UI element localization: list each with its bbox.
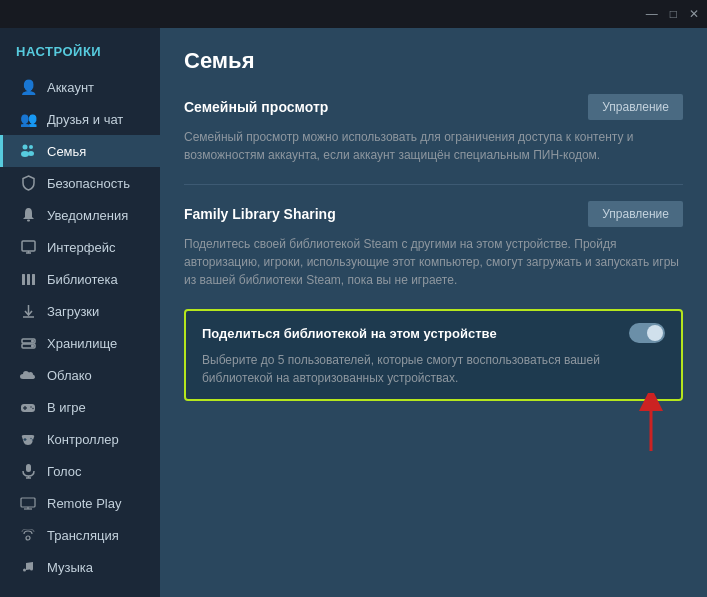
downloads-icon: [19, 302, 37, 320]
sidebar-label-notifications: Уведомления: [47, 208, 128, 223]
friends-icon: 👥: [19, 110, 37, 128]
share-library-toggle[interactable]: [629, 323, 665, 343]
share-library-title: Поделиться библиотекой на этом устройств…: [202, 326, 497, 341]
sidebar-item-controller[interactable]: Контроллер: [0, 423, 160, 455]
sidebar-label-downloads: Загрузки: [47, 304, 99, 319]
sidebar-item-family[interactable]: Семья: [0, 135, 160, 167]
sidebar-item-library[interactable]: Библиотека: [0, 263, 160, 295]
svg-rect-29: [21, 498, 35, 507]
sidebar-label-security: Безопасность: [47, 176, 130, 191]
svg-point-1: [29, 145, 33, 149]
svg-point-25: [32, 439, 33, 440]
sidebar-label-friends: Друзья и чат: [47, 112, 123, 127]
account-icon: 👤: [19, 78, 37, 96]
sidebar-label-library: Библиотека: [47, 272, 118, 287]
family-icon: [19, 142, 37, 160]
sidebar-item-storage[interactable]: Хранилище: [0, 327, 160, 359]
svg-rect-5: [22, 241, 35, 251]
share-library-desc: Выберите до 5 пользователей, которые смо…: [202, 351, 665, 387]
svg-point-20: [30, 406, 31, 407]
family-view-title: Семейный просмотр: [184, 99, 328, 115]
content-area: Семья Семейный просмотр Управление Семей…: [160, 28, 707, 597]
sidebar-label-cloud: Облако: [47, 368, 92, 383]
sidebar-item-cloud[interactable]: Облако: [0, 359, 160, 391]
sidebar-label-controller: Контроллер: [47, 432, 119, 447]
svg-point-2: [21, 151, 29, 157]
music-icon: [19, 558, 37, 576]
maximize-button[interactable]: □: [670, 7, 677, 21]
main-layout: НАСТРОЙКИ 👤 Аккаунт 👥 Друзья и чат Семья: [0, 28, 707, 597]
interface-icon: [19, 238, 37, 256]
sidebar-item-ingame[interactable]: В игре: [0, 391, 160, 423]
broadcast-icon: [19, 526, 37, 544]
voice-icon: [19, 462, 37, 480]
sidebar-label-voice: Голос: [47, 464, 82, 479]
svg-point-32: [26, 536, 30, 540]
sidebar-item-notifications[interactable]: Уведомления: [0, 199, 160, 231]
family-view-section: Семейный просмотр Управление Семейный пр…: [184, 94, 683, 164]
red-arrow-indicator: [633, 393, 669, 453]
sidebar-item-friends[interactable]: 👥 Друзья и чат: [0, 103, 160, 135]
svg-point-34: [30, 568, 33, 571]
cloud-icon: [19, 366, 37, 384]
sidebar-label-ingame: В игре: [47, 400, 86, 415]
sidebar-item-music[interactable]: Музыка: [0, 551, 160, 583]
svg-rect-10: [32, 274, 35, 285]
storage-icon: [19, 334, 37, 352]
sidebar-header: НАСТРОЙКИ: [0, 44, 160, 71]
sidebar-item-downloads[interactable]: Загрузки: [0, 295, 160, 327]
sidebar-item-account[interactable]: 👤 Аккаунт: [0, 71, 160, 103]
family-view-manage-button[interactable]: Управление: [588, 94, 683, 120]
titlebar: — □ ✕: [0, 0, 707, 28]
family-view-header: Семейный просмотр Управление: [184, 94, 683, 120]
svg-rect-4: [27, 220, 30, 222]
library-icon: [19, 270, 37, 288]
svg-rect-26: [26, 464, 31, 472]
svg-point-0: [23, 145, 28, 150]
sidebar-label-broadcast: Трансляция: [47, 528, 119, 543]
svg-rect-9: [27, 274, 30, 285]
highlight-section: Поделиться библиотекой на этом устройств…: [184, 309, 683, 401]
remoteplay-icon: [19, 494, 37, 512]
sidebar-item-broadcast[interactable]: Трансляция: [0, 519, 160, 551]
notifications-icon: [19, 206, 37, 224]
family-view-desc: Семейный просмотр можно использовать для…: [184, 128, 683, 164]
share-library-header: Поделиться библиотекой на этом устройств…: [202, 323, 665, 343]
svg-point-24: [30, 437, 31, 438]
sidebar-label-remoteplay: Remote Play: [47, 496, 121, 511]
svg-point-16: [31, 345, 33, 347]
svg-point-21: [32, 407, 33, 408]
sidebar-label-storage: Хранилище: [47, 336, 117, 351]
minimize-button[interactable]: —: [646, 7, 658, 21]
sidebar-item-remoteplay[interactable]: Remote Play: [0, 487, 160, 519]
svg-point-15: [31, 340, 33, 342]
family-sharing-section: Family Library Sharing Управление Подели…: [184, 201, 683, 289]
sidebar: НАСТРОЙКИ 👤 Аккаунт 👥 Друзья и чат Семья: [0, 28, 160, 597]
page-title: Семья: [184, 48, 683, 74]
ingame-icon: [19, 398, 37, 416]
controller-icon: [19, 430, 37, 448]
svg-point-3: [28, 151, 34, 156]
family-sharing-title: Family Library Sharing: [184, 206, 336, 222]
divider-1: [184, 184, 683, 185]
family-sharing-manage-button[interactable]: Управление: [588, 201, 683, 227]
sidebar-label-interface: Интерфейс: [47, 240, 115, 255]
sidebar-label-family: Семья: [47, 144, 86, 159]
svg-rect-8: [22, 274, 25, 285]
share-library-box: Поделиться библиотекой на этом устройств…: [184, 309, 683, 401]
sidebar-label-account: Аккаунт: [47, 80, 94, 95]
sidebar-item-interface[interactable]: Интерфейс: [0, 231, 160, 263]
family-sharing-header: Family Library Sharing Управление: [184, 201, 683, 227]
close-button[interactable]: ✕: [689, 7, 699, 21]
sidebar-label-music: Музыка: [47, 560, 93, 575]
security-icon: [19, 174, 37, 192]
svg-point-33: [23, 569, 26, 572]
sidebar-item-security[interactable]: Безопасность: [0, 167, 160, 199]
family-sharing-desc: Поделитесь своей библиотекой Steam с дру…: [184, 235, 683, 289]
sidebar-item-voice[interactable]: Голос: [0, 455, 160, 487]
